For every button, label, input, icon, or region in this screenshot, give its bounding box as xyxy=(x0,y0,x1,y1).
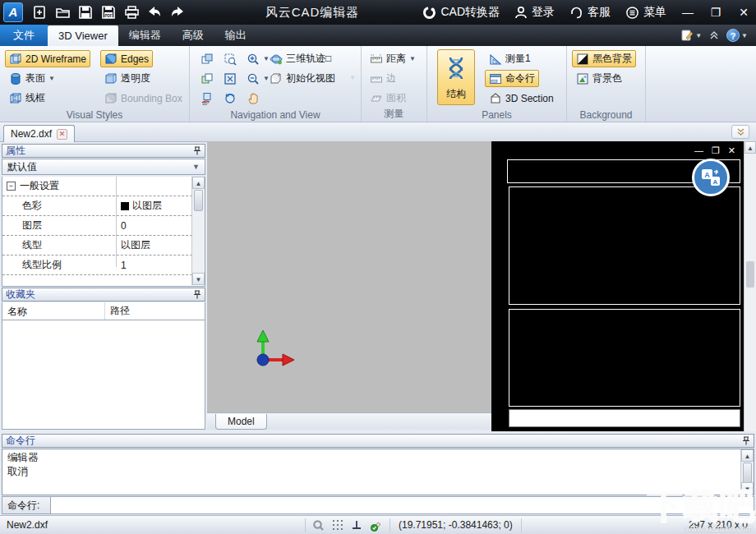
cmd-scroll-down-icon[interactable]: ▼ xyxy=(741,482,754,495)
favorites-list[interactable] xyxy=(2,320,205,430)
property-row-layer[interactable]: 图层 0 xyxy=(2,216,205,236)
background-color-button[interactable]: 背景色 xyxy=(572,70,626,87)
help-button[interactable]: ? ▼ xyxy=(726,29,748,42)
command-pin-icon[interactable] xyxy=(742,436,750,446)
dock-filter-input[interactable] xyxy=(509,409,740,427)
properties-scrollbar[interactable]: ▲ ▼ xyxy=(191,177,205,285)
cmdline-panel-button[interactable]: 命令行 xyxy=(485,70,539,87)
save-pdf-button[interactable]: PDF xyxy=(97,2,120,23)
scroll-thumb[interactable] xyxy=(194,190,203,211)
main-vertical-scrollbar[interactable]: ▲ xyxy=(744,141,756,431)
command-input[interactable] xyxy=(51,496,754,514)
init-view-dropdown-arrow-icon[interactable]: ▼ xyxy=(349,74,356,81)
dock-minimize-icon[interactable]: — xyxy=(694,145,703,156)
property-value: 1 xyxy=(116,260,127,271)
support-link[interactable]: 客服 xyxy=(564,0,616,25)
scroll-up-icon[interactable]: ▲ xyxy=(192,177,205,189)
property-row-color[interactable]: 色彩 以图层 xyxy=(2,196,205,216)
property-group-row[interactable]: − 一般设置 xyxy=(2,177,205,196)
init-view-button[interactable]: 初始化视图 xyxy=(265,70,339,87)
open-file-button[interactable] xyxy=(51,2,74,23)
redo-button[interactable] xyxy=(166,2,189,23)
pan-button[interactable] xyxy=(242,90,264,107)
dock-restore-icon[interactable]: ❐ xyxy=(712,145,720,156)
rotate-35-button[interactable]: 35° xyxy=(196,90,218,107)
status-ortho-icon[interactable] xyxy=(351,519,362,531)
tab-advanced[interactable]: 高级 xyxy=(172,25,214,46)
paste-view-button[interactable] xyxy=(196,70,218,87)
zoom-window-button[interactable] xyxy=(219,50,241,67)
edges-icon xyxy=(104,53,118,66)
surface-button[interactable]: 表面 ▼ xyxy=(5,70,59,87)
structure-panel-button[interactable]: 结构 xyxy=(437,49,475,105)
cmd-scroll-up-icon[interactable]: ▲ xyxy=(741,449,754,462)
collapse-minus-icon[interactable]: − xyxy=(7,182,16,191)
favorites-panel-header[interactable]: 收藏夹 xyxy=(2,288,205,302)
measure-distance-button[interactable]: 距离 ▼ xyxy=(366,50,420,67)
black-background-label: 黑色背景 xyxy=(592,52,632,66)
favorites-col-name[interactable]: 名称 xyxy=(2,302,105,320)
favorites-col-path[interactable]: 路径 xyxy=(105,304,130,318)
properties-pin-icon[interactable] xyxy=(193,146,201,156)
command-panel-header[interactable]: 命令行 xyxy=(2,434,754,448)
status-grid-icon[interactable] xyxy=(332,519,343,531)
model-layout-tab[interactable]: Model xyxy=(215,414,267,430)
maximize-button[interactable]: ❐ xyxy=(703,0,728,25)
tab-3d-viewer[interactable]: 3D Viewer xyxy=(48,25,118,46)
command-history[interactable]: 编辑器 取消 xyxy=(2,449,754,495)
tab-output[interactable]: 输出 xyxy=(214,25,257,46)
properties-panel-header[interactable]: 属性 xyxy=(2,144,205,158)
dock-list-box[interactable] xyxy=(509,309,740,407)
zoom-fit-button[interactable] xyxy=(219,70,241,87)
main-scroll-up-icon[interactable]: ▲ xyxy=(744,141,756,154)
measure-area-label: 面积 xyxy=(386,91,406,105)
main-scroll-thumb[interactable] xyxy=(746,261,754,288)
document-tab-label: New2.dxf xyxy=(11,128,52,140)
property-value: 以图层 xyxy=(132,199,162,213)
status-osnap-check-icon[interactable] xyxy=(370,519,383,532)
edges-button[interactable]: Edges xyxy=(100,50,153,67)
2d-wireframe-button[interactable]: 2D Wireframe xyxy=(5,50,90,67)
property-row-ltscale[interactable]: 线型比例 1 xyxy=(2,255,205,275)
favorites-pin-icon[interactable] xyxy=(193,290,201,300)
measure-area-button[interactable]: 面积 xyxy=(366,90,410,107)
orbit-button[interactable] xyxy=(219,90,241,107)
document-tab[interactable]: New2.dxf ✕ xyxy=(3,125,75,142)
document-tab-close-icon[interactable]: ✕ xyxy=(57,129,67,140)
3d-orbit-button[interactable]: 三维轨迹□ xyxy=(265,50,335,67)
status-snap-icon[interactable] xyxy=(312,519,325,532)
save-button[interactable] xyxy=(74,2,97,23)
black-background-button[interactable]: 黑色背景 xyxy=(572,50,636,67)
dock-close-icon[interactable]: ✕ xyxy=(728,145,735,156)
app-logo-icon[interactable]: A xyxy=(3,2,23,22)
properties-preset-combobox[interactable]: 默认值 ▼ xyxy=(2,159,205,175)
wireframe-button[interactable]: 线框 xyxy=(5,90,49,107)
collapse-ribbon-icon[interactable] xyxy=(708,30,720,40)
undo-button[interactable] xyxy=(143,2,166,23)
document-tab-bar: New2.dxf ✕ xyxy=(0,122,756,142)
cmd-scroll-thumb[interactable] xyxy=(743,463,752,484)
3d-section-button[interactable]: 3D Section xyxy=(485,90,558,107)
tab-file[interactable]: 文件 xyxy=(0,25,48,46)
tab-list-expand-button[interactable] xyxy=(731,125,749,139)
scroll-down-icon[interactable]: ▼ xyxy=(192,273,205,285)
new-file-button[interactable] xyxy=(28,2,51,23)
dock-tree-box[interactable] xyxy=(509,186,740,305)
style-dropdown-button[interactable]: ▼ xyxy=(680,29,702,42)
measure-edge-button[interactable]: 边 xyxy=(366,70,400,87)
cad-converter-link[interactable]: CAD转换器 xyxy=(417,0,505,25)
style-pencil-icon xyxy=(680,29,694,42)
command-scrollbar[interactable]: ▲ ▼ xyxy=(740,449,754,495)
close-button[interactable]: ✕ xyxy=(731,0,756,25)
minimize-button[interactable]: — xyxy=(675,0,700,25)
property-row-linetype[interactable]: 线型 以图层 xyxy=(2,236,205,255)
translate-floating-button[interactable]: A A xyxy=(692,159,730,196)
transparency-button[interactable]: 透明度 xyxy=(100,70,154,87)
login-link[interactable]: 登录 xyxy=(509,0,560,25)
menu-link[interactable]: 菜单 xyxy=(620,0,672,25)
tab-editor[interactable]: 编辑器 xyxy=(118,25,172,46)
bounding-box-button[interactable]: Bounding Box xyxy=(100,90,187,107)
view-stack-button[interactable] xyxy=(196,50,218,67)
measure1-panel-button[interactable]: 测量1 xyxy=(485,50,535,67)
print-button[interactable] xyxy=(120,2,143,23)
